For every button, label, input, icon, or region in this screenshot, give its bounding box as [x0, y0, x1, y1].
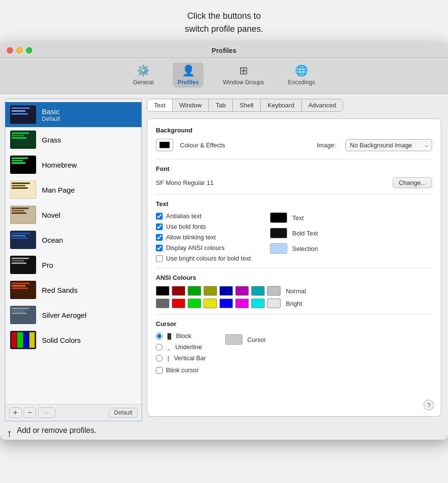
ansi-normal-0[interactable] — [156, 286, 169, 296]
help-button[interactable]: ? — [423, 400, 434, 410]
blink-cursor-row[interactable]: Blink cursor — [156, 366, 432, 374]
sidebar-item-ocean[interactable]: Ocean — [5, 227, 141, 252]
tab-advanced[interactable]: Advanced — [302, 99, 343, 111]
ansi-bright-3[interactable] — [204, 299, 217, 308]
blink-text-checkbox[interactable] — [156, 234, 163, 241]
sidebar-item-manpage[interactable]: Man Page — [5, 177, 141, 202]
more-options-button[interactable]: ··· — [38, 407, 55, 418]
toolbar-item-window-groups[interactable]: ⊞ Window Groups — [218, 63, 269, 88]
ansi-colours-label: Display ANSI colours — [166, 244, 224, 251]
tab-text[interactable]: Text — [147, 99, 173, 111]
tab-shell[interactable]: Shell — [233, 99, 261, 111]
blink-text-label: Allow blinking text — [166, 234, 216, 241]
thumb-novel — [10, 206, 36, 224]
background-row: Colour & Effects Image: No Background Im… — [156, 139, 432, 151]
default-button[interactable]: Default — [109, 408, 138, 418]
ansi-normal-6[interactable] — [251, 286, 265, 296]
tab-tab[interactable]: Tab — [209, 99, 233, 111]
ansi-bright-0[interactable] — [156, 299, 169, 308]
ansi-bright-5[interactable] — [235, 299, 249, 308]
sidebar-item-novel[interactable]: Novel — [5, 202, 141, 227]
colour-effects-button[interactable] — [156, 139, 173, 151]
toolbar: ⚙️ General 👤 Profiles ⊞ Window Groups 🌐 … — [0, 58, 448, 94]
cursor-vbar-radio[interactable] — [156, 355, 163, 362]
font-row: SF Mono Regular 11 Change... — [156, 177, 432, 188]
titlebar: Profiles — [0, 42, 448, 58]
antialias-checkbox[interactable] — [156, 213, 163, 220]
antialias-label: Antialias text — [166, 212, 202, 220]
maximize-button[interactable] — [26, 47, 32, 53]
background-section-title: Background — [156, 127, 432, 134]
add-profile-button[interactable]: + — [9, 407, 22, 418]
selection-color-swatch[interactable] — [270, 243, 287, 254]
thumb-solidcolors — [10, 331, 36, 349]
ansi-normal-4[interactable] — [219, 286, 233, 296]
ansi-normal-5[interactable] — [235, 286, 249, 296]
bright-bold-label: Use bright colours for bold text — [166, 255, 251, 262]
cursor-swatch-label: Cursor — [247, 336, 266, 343]
sidebar-item-pro[interactable]: Pro — [5, 252, 141, 277]
right-panel: Text Window Tab Shell Keyboard Advanced … — [142, 94, 448, 421]
callout-arrow-icon: ↑ — [7, 427, 12, 440]
bright-bold-checkbox[interactable] — [156, 255, 163, 262]
ansi-bright-7[interactable] — [267, 299, 281, 308]
tab-window[interactable]: Window — [173, 99, 209, 111]
cursor-color-swatch[interactable] — [225, 334, 243, 345]
ansi-section: ANSI Colours Normal — [156, 274, 432, 308]
text-color-swatch[interactable] — [270, 212, 287, 223]
cursor-block-row[interactable]: █ Block — [156, 332, 206, 339]
sidebar-item-homebrew[interactable]: Homebrew — [5, 152, 141, 177]
image-dropdown-wrapper: No Background Image ⌄ — [346, 139, 432, 151]
ansi-bright-row: Bright — [156, 299, 432, 308]
text-color-label: Text — [292, 214, 304, 222]
cursor-underline-row[interactable]: _ Underline — [156, 343, 206, 351]
ansi-normal-2[interactable] — [188, 286, 201, 296]
sidebar-item-redsands[interactable]: Red Sands — [5, 277, 141, 302]
ansi-normal-1[interactable] — [172, 286, 185, 296]
cursor-section-title: Cursor — [156, 320, 432, 327]
ansi-normal-7[interactable] — [267, 286, 281, 296]
cursor-block-radio[interactable] — [156, 333, 163, 339]
sidebar-item-basic-text: Basic Default — [42, 107, 60, 122]
blink-cursor-checkbox[interactable] — [156, 367, 163, 374]
bright-bold-row[interactable]: Use bright colours for bold text — [156, 255, 251, 262]
minimize-button[interactable] — [16, 47, 23, 53]
tab-keyboard[interactable]: Keyboard — [261, 99, 302, 111]
bold-fonts-checkbox[interactable] — [156, 223, 163, 230]
sidebar: Basic Default Grass — [5, 99, 142, 421]
antialias-row[interactable]: Antialias text — [156, 212, 251, 220]
callout-text: Add or remove profiles. — [17, 426, 96, 435]
thumb-redsands — [10, 281, 36, 299]
ansi-bright-label: Bright — [286, 300, 302, 307]
toolbar-item-profiles[interactable]: 👤 Profiles — [173, 63, 204, 88]
change-font-button[interactable]: Change... — [393, 177, 432, 188]
ansi-bright-4[interactable] — [219, 299, 233, 308]
blink-text-row[interactable]: Allow blinking text — [156, 234, 251, 241]
ansi-bright-2[interactable] — [188, 299, 201, 308]
ansi-colours-checkbox[interactable] — [156, 245, 163, 251]
toolbar-item-encodings[interactable]: 🌐 Encodings — [283, 63, 320, 88]
ansi-bright-6[interactable] — [251, 299, 265, 308]
cursor-vbar-row[interactable]: | Vertical Bar — [156, 354, 206, 362]
bold-text-color-swatch[interactable] — [270, 228, 287, 238]
font-name: SF Mono Regular 11 — [156, 179, 214, 186]
ansi-normal-3[interactable] — [204, 286, 217, 296]
sidebar-item-solidcolors[interactable]: Solid Colors — [5, 327, 141, 352]
toolbar-item-general[interactable]: ⚙️ General — [128, 63, 158, 88]
thumb-basic — [10, 105, 36, 124]
sidebar-item-silveraerogel[interactable]: Silver Aerogel — [5, 302, 141, 327]
cursor-underline-radio[interactable] — [156, 344, 163, 351]
colour-effects-label: Colour & Effects — [180, 142, 225, 149]
tooltip: Click the buttons to switch profile pane… — [185, 10, 263, 36]
sidebar-item-grass[interactable]: Grass — [5, 127, 141, 152]
close-button[interactable] — [7, 47, 13, 53]
ansi-colours-row[interactable]: Display ANSI colours — [156, 244, 251, 251]
sidebar-item-basic[interactable]: Basic Default — [5, 102, 141, 127]
bold-text-color-label: Bold Text — [292, 230, 318, 237]
thumb-pro — [10, 256, 36, 274]
bold-fonts-row[interactable]: Use bold fonts — [156, 223, 251, 230]
ansi-bright-1[interactable] — [172, 299, 185, 308]
remove-profile-button[interactable]: − — [24, 407, 36, 418]
ansi-section-title: ANSI Colours — [156, 274, 432, 281]
image-dropdown[interactable]: No Background Image — [346, 139, 432, 151]
